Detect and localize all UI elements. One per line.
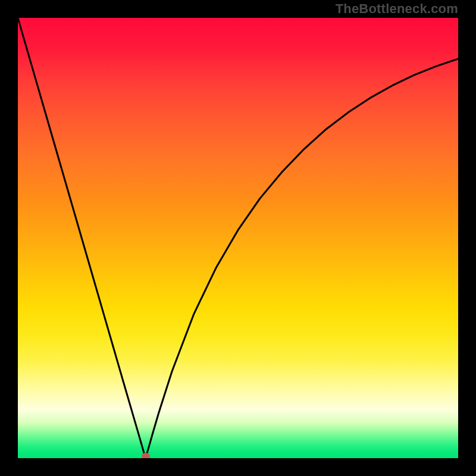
plot-area — [18, 18, 458, 458]
chart-frame: TheBottleneck.com — [0, 0, 476, 476]
optimum-marker — [142, 453, 150, 458]
bottleneck-curve — [18, 18, 458, 458]
watermark-text: TheBottleneck.com — [336, 1, 458, 17]
